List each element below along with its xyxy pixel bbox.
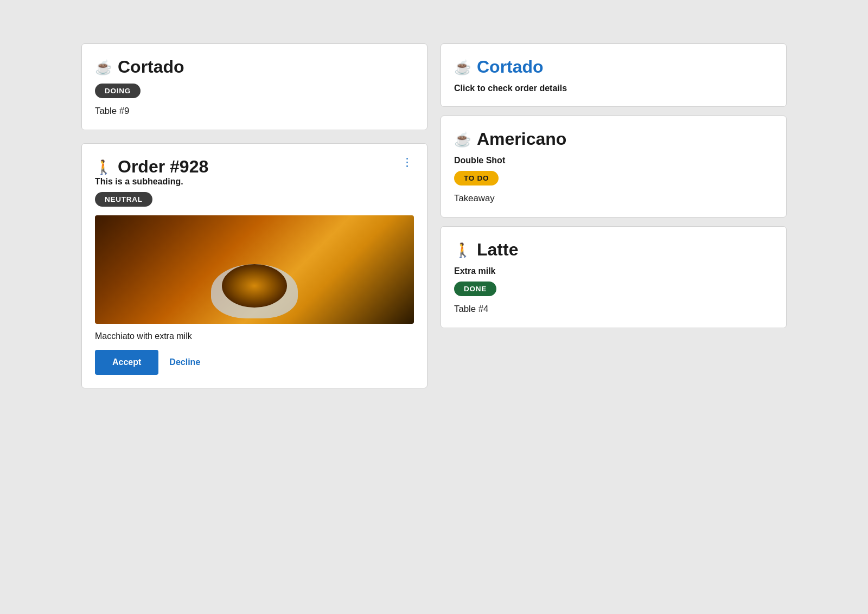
person-icon-2: 🚶 [454,242,471,258]
latte-desc: Extra milk [454,266,773,276]
todo-badge: TO DO [454,171,499,186]
latte-header: 🚶 Latte [454,240,773,260]
americano-info: Takeaway [454,193,773,204]
cup-icon-2: ☕ [454,59,471,75]
latte-title: Latte [477,240,518,260]
neutral-badge: NEUTRAL [95,192,152,207]
order-928-subheading: This is a subheading. [95,177,414,187]
order-928-card: 🚶 Order #928 ⋮ This is a subheading. NEU… [81,143,427,388]
latte-card: 🚶 Latte Extra milk DONE Table #4 [441,226,787,328]
decline-button[interactable]: Decline [169,357,200,367]
cortado-doing-header: ☕ Cortado [95,57,414,77]
order-928-header-row: 🚶 Order #928 ⋮ [95,157,414,177]
accept-button[interactable]: Accept [95,350,158,375]
order-928-title-area: 🚶 Order #928 [95,157,401,177]
order-928-title: Order #928 [118,157,208,177]
americano-title: Americano [477,129,566,149]
left-column: ☕ Cortado DOING Table #9 🚶 Order #928 ⋮ … [81,43,427,388]
cortado-link-card: ☕ Cortado Click to check order details [441,43,787,107]
main-layout: ☕ Cortado DOING Table #9 🚶 Order #928 ⋮ … [81,43,787,388]
latte-info: Table #4 [454,304,773,315]
cortado-doing-title: Cortado [118,57,184,77]
americano-header: ☕ Americano [454,129,773,149]
cortado-table-info: Table #9 [95,106,414,117]
cup-icon: ☕ [95,59,112,75]
person-icon-1: 🚶 [95,159,112,175]
doing-badge: DOING [95,84,141,98]
cortado-click-info: Click to check order details [454,84,773,93]
americano-card: ☕ Americano Double Shot TO DO Takeaway [441,116,787,218]
order-button-row: Accept Decline [95,350,414,375]
image-caption: Macchiato with extra milk [95,331,414,341]
three-dots-menu[interactable]: ⋮ [401,157,414,168]
right-column: ☕ Cortado Click to check order details ☕… [441,43,787,388]
done-badge: DONE [454,282,496,296]
cortado-link-title[interactable]: Cortado [477,57,544,77]
cup-icon-3: ☕ [454,131,471,148]
cortado-doing-card: ☕ Cortado DOING Table #9 [81,43,427,130]
cortado-link-header: ☕ Cortado [454,57,773,77]
coffee-image [95,215,414,324]
americano-desc: Double Shot [454,156,773,165]
